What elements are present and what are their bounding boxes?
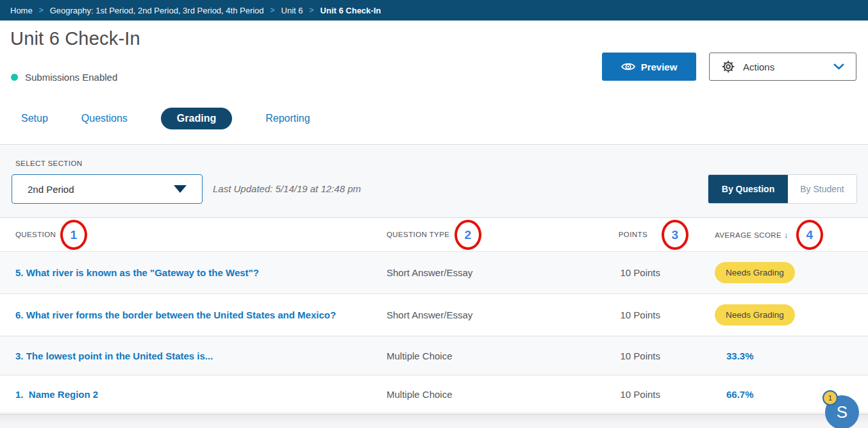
breadcrumb-unit[interactable]: Unit 6 [281,6,303,15]
actions-button-label: Actions [743,62,774,72]
column-header-question[interactable]: QUESTION [0,231,387,238]
average-score-value[interactable]: 66.7% [726,389,754,400]
page-header: Unit 6 Check-In Submissions Enabled Prev… [0,21,868,145]
tab-reporting[interactable]: Reporting [265,108,310,129]
notification-badge[interactable]: 1 [822,390,838,406]
points-cell: 10 Points [576,267,660,278]
breadcrumb-current-page: Unit 6 Check-In [321,6,381,15]
select-section-label: SELECT SECTION [15,160,82,167]
question-type-cell: Multiple Choice [387,389,576,400]
breadcrumb-separator: > [271,6,275,15]
annotation-circle-3: 3 [662,220,689,250]
view-mode-toggle: By Question By Student [708,174,857,204]
points-cell: 10 Points [576,389,660,400]
breadcrumb-home[interactable]: Home [10,6,33,15]
filter-bar: SELECT SECTION 2nd Period Last Updated: … [0,145,868,218]
question-link[interactable]: 3. The lowest point in the United States… [15,350,213,361]
question-link[interactable]: 6. What river forms the border between t… [15,309,336,320]
eye-icon [621,62,635,72]
annotation-circle-2: 2 [455,220,481,250]
column-header-average-score[interactable]: AVERAGE SCORE↓ [660,230,868,240]
tab-setup[interactable]: Setup [21,108,48,129]
annotation-circle-1: 1 [60,220,87,250]
submissions-status: Submissions Enabled [11,72,117,83]
caret-down-icon [174,185,187,193]
preview-button-label: Preview [641,62,678,72]
question-type-cell: Short Answer/Essay [387,267,576,278]
annotation-circle-4: 4 [796,220,823,250]
last-updated-text: Last Updated: 5/14/19 at 12:48 pm [213,183,361,194]
question-table: 5. What river is known as the "Gateway t… [0,252,868,413]
question-type-cell: Short Answer/Essay [387,309,576,320]
question-link[interactable]: 5. What river is known as the "Gateway t… [15,267,259,278]
points-cell: 10 Points [576,350,660,361]
tab-bar: Setup Questions Grading Reporting [21,108,310,129]
table-row: 3. The lowest point in the United States… [0,336,868,375]
tab-grading[interactable]: Grading [161,108,232,129]
question-link[interactable]: 1. Name Region 2 [15,389,98,400]
question-type-cell: Multiple Choice [387,350,576,361]
column-header-points[interactable]: POINTS [576,231,660,238]
breadcrumb: Home > Geography: 1st Period, 2nd Period… [0,0,868,21]
breadcrumb-separator: > [39,6,44,15]
section-select-value: 2nd Period [28,184,74,195]
needs-grading-badge[interactable]: Needs Grading [715,262,795,283]
table-row: 6. What river forms the border between t… [0,294,868,336]
average-score-label: AVERAGE SCORE [715,231,781,239]
average-score-value[interactable]: 33.3% [726,350,754,361]
breadcrumb-separator: > [310,6,314,15]
gear-icon [721,60,735,74]
preview-button[interactable]: Preview [602,53,696,81]
status-label: Submissions Enabled [25,72,117,83]
table-header: QUESTION QUESTION TYPE POINTS AVERAGE SC… [0,218,868,252]
actions-dropdown-button[interactable]: Actions [709,53,856,81]
needs-grading-badge[interactable]: Needs Grading [715,304,795,325]
section-select-dropdown[interactable]: 2nd Period [12,174,203,204]
chevron-down-icon [833,63,844,70]
page-title: Unit 6 Check-In [10,28,140,49]
points-cell: 10 Points [576,309,660,320]
next-row-partial [0,414,868,428]
status-dot-icon [11,74,18,81]
table-row: 1. Name Region 2 Multiple Choice 10 Poin… [0,375,868,413]
table-row: 5. What river is known as the "Gateway t… [0,252,868,294]
tab-questions[interactable]: Questions [81,108,128,129]
toggle-by-question[interactable]: By Question [708,175,788,203]
sort-descending-icon: ↓ [784,230,789,240]
toggle-by-student[interactable]: By Student [788,175,856,203]
breadcrumb-course[interactable]: Geography: 1st Period, 2nd Period, 3rd P… [50,6,264,15]
